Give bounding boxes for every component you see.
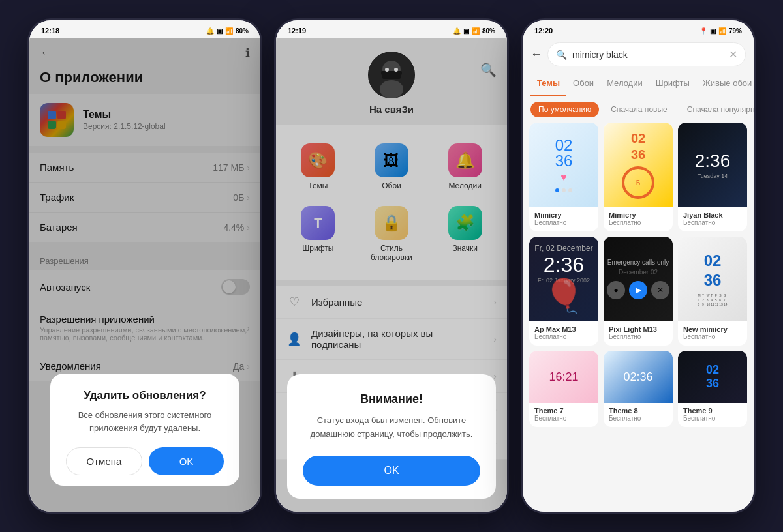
theme-card-7[interactable]: 16:21 Theme 7 Бесплатно: [529, 351, 598, 427]
theme-price-1: Бесплатно: [534, 219, 593, 226]
theme-card-5[interactable]: Emergency calls only December 02 ● ▶ ✕ P…: [604, 237, 673, 346]
dialog-message-2: Статус входа был изменен. Обновите домаш…: [303, 414, 480, 441]
theme-card-8[interactable]: 02:36 Theme 8 Бесплатно: [604, 351, 673, 427]
status-time-1: 12:18: [41, 27, 59, 35]
tab-ringtones[interactable]: Мелодии: [600, 72, 649, 96]
circle-clock: Б: [622, 166, 654, 199]
search-bar[interactable]: 🔍 mimicry black ✕: [547, 42, 746, 66]
clock6: 02: [704, 252, 722, 270]
theme-name-2: Mimicry: [609, 211, 668, 219]
theme-info-3: Jiyan Black Бесплатно: [678, 207, 747, 231]
dots1: [555, 188, 572, 192]
status-icons-2: 🔔 ▣ 📶 80%: [453, 27, 495, 35]
theme-info-8: Theme 8 Бесплатно: [604, 403, 673, 427]
theme-card-9[interactable]: 0236 Theme 9 Бесплатно: [678, 351, 747, 427]
about-app-screen: ← ℹ О приложении Темы Версия: 2.1.5.12-g…: [29, 38, 260, 512]
theme-price-2: Бесплатно: [609, 219, 668, 226]
theme-card-2[interactable]: 02 36 Б Mimicry Бесплатно: [604, 123, 673, 231]
ok-button-1[interactable]: OK: [149, 447, 224, 475]
status-time-3: 12:20: [534, 27, 553, 35]
theme-preview-2: 02 36 Б: [604, 123, 673, 207]
theme-price-4: Бесплатно: [534, 333, 593, 340]
status-bar-3: 12:20 📍 ▣ 📶 79%: [523, 20, 754, 38]
clock3: 2:36: [695, 151, 731, 171]
clock4: 2:36: [544, 253, 584, 277]
clock7: 16:21: [549, 370, 578, 384]
theme-preview-5: Emergency calls only December 02 ● ▶ ✕: [604, 237, 673, 321]
theme-card-3[interactable]: 2:36 Tuesday 14 Jiyan Black Бесплатно: [678, 123, 747, 231]
search-query: mimicry black: [572, 50, 724, 60]
theme5-content: Emergency calls only December 02 ● ▶ ✕: [607, 259, 669, 299]
screen-icon: ▣: [217, 27, 223, 35]
delete-updates-dialog: Удалить обновления? Все обновления этого…: [50, 374, 239, 486]
theme-card-6[interactable]: 02 36 MTWTFSS 1234567 891011121314 New m…: [678, 237, 747, 346]
status-icons-3: 📍 ▣ 📶 79%: [699, 27, 742, 35]
theme-price-7: Бесплатно: [534, 415, 593, 422]
theme-preview-1: 0236 ♥: [529, 123, 598, 207]
date3: Tuesday 14: [698, 173, 728, 179]
filter-popular[interactable]: Сначала популярные: [679, 102, 754, 117]
theme-name-1: Mimicry: [534, 211, 593, 219]
theme-preview-6: 02 36 MTWTFSS 1234567 891011121314: [678, 237, 747, 321]
filter-row: По умолчанию Сначала новые Сначала попул…: [523, 96, 754, 123]
theme-name-9: Theme 9: [683, 407, 742, 415]
filter-newest[interactable]: Сначала новые: [603, 102, 675, 117]
theme-preview-9: 0236: [678, 351, 747, 403]
theme-preview-7: 16:21: [529, 351, 598, 403]
dot2: [562, 188, 566, 192]
dialog-overlay-2: Внимание! Статус входа был изменен. Обно…: [276, 38, 507, 512]
screen-icon-3: ▣: [710, 27, 716, 35]
date5: December 02: [619, 269, 658, 276]
battery-icon-3: 79%: [729, 27, 742, 35]
themes-search-screen: ← 🔍 mimicry black ✕ Темы Обои Мелодии Шр…: [523, 38, 754, 512]
cancel-button[interactable]: Отмена: [66, 447, 142, 475]
tab-fonts[interactable]: Шрифты: [649, 72, 696, 96]
clear-search-icon[interactable]: ✕: [729, 48, 737, 61]
clock2: 02: [631, 131, 645, 146]
theme1-content: 0236 ♥: [555, 138, 573, 192]
theme-info-5: Pixi Light M13 Бесплатно: [604, 321, 673, 346]
theme-price-9: Бесплатно: [683, 415, 742, 422]
tab-themes[interactable]: Темы: [530, 72, 566, 96]
icon5a: ●: [607, 281, 625, 299]
ok-button-2[interactable]: OK: [303, 456, 480, 486]
phone-3: 12:20 📍 ▣ 📶 79% ← 🔍 mimicry black ✕ Темы…: [521, 18, 756, 514]
dot1: [555, 188, 559, 192]
theme-name-6: New mimicry: [683, 325, 742, 333]
back-button-3[interactable]: ←: [530, 48, 542, 61]
clock9: 0236: [706, 363, 719, 391]
theme-preview-3: 2:36 Tuesday 14: [678, 123, 747, 207]
tab-wallpapers[interactable]: Обои: [566, 72, 600, 96]
clock8: 02:36: [623, 370, 652, 384]
theme-card-4[interactable]: Fr, 02 December 2:36 Fr, 02 January 2002…: [529, 237, 598, 346]
battery-icon: 80%: [236, 27, 249, 35]
profile-screen: На свяЗи 🔍 🎨 Темы 🖼 Обои 🔔 Мелодии: [276, 38, 507, 512]
clock1: 0236: [555, 138, 573, 169]
themes-grid: 0236 ♥ Mimicry Бесплатно: [523, 123, 754, 434]
clock6b: 36: [704, 271, 722, 289]
tab-live-wallpapers[interactable]: Живые обои: [696, 72, 754, 96]
theme-name-4: Ap Max M13: [534, 325, 593, 333]
theme3-content: 2:36 Tuesday 14: [695, 151, 731, 179]
filter-default[interactable]: По умолчанию: [530, 102, 599, 117]
theme-price-6: Бесплатно: [683, 333, 742, 340]
notification-icon-2: 🔔: [453, 27, 461, 35]
category-tabs: Темы Обои Мелодии Шрифты Живые обои: [523, 72, 754, 96]
label5: Emergency calls only: [607, 259, 669, 266]
theme-card-1[interactable]: 0236 ♥ Mimicry Бесплатно: [529, 123, 598, 231]
dot3: [568, 188, 572, 192]
status-bar-2: 12:19 🔔 ▣ 📶 80%: [276, 20, 507, 38]
clock2b: 36: [631, 147, 645, 162]
wifi-icon-3: 📶: [718, 27, 726, 35]
icon5c: ✕: [651, 281, 669, 299]
theme-info-7: Theme 7 Бесплатно: [529, 403, 598, 427]
icon5b: ▶: [629, 281, 647, 299]
icons5: ● ▶ ✕: [607, 281, 669, 299]
status-icons-1: 🔔 ▣ 📶 80%: [206, 27, 249, 35]
status-bar-1: 12:18 🔔 ▣ 📶 80%: [29, 20, 260, 38]
calendar6: MTWTFSS 1234567 891011121314: [698, 293, 728, 306]
theme-info-9: Theme 9 Бесплатно: [678, 403, 747, 427]
theme-name-5: Pixi Light M13: [609, 325, 668, 333]
theme-info-6: New mimicry Бесплатно: [678, 321, 747, 346]
wifi-icon-2: 📶: [472, 27, 480, 35]
